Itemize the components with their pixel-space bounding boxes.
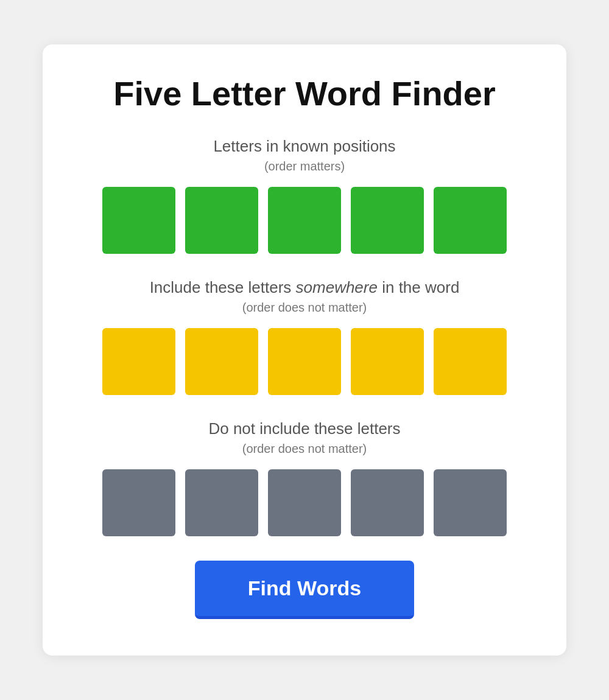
include-tile-5[interactable] (434, 328, 507, 395)
include-letters-subtitle: (order does not matter) (79, 301, 530, 315)
include-letters-tile-row (79, 328, 530, 395)
include-tile-4[interactable] (351, 328, 424, 395)
include-letters-section: Include these letters somewhere in the w… (79, 278, 530, 395)
known-positions-title: Letters in known positions (79, 137, 530, 156)
exclude-letters-section: Do not include these letters (order does… (79, 419, 530, 536)
known-pos-tile-1[interactable] (102, 187, 175, 254)
exclude-letters-tile-row (79, 469, 530, 536)
page-title: Five Letter Word Finder (79, 75, 530, 113)
exclude-tile-5[interactable] (434, 469, 507, 536)
exclude-letters-title: Do not include these letters (79, 419, 530, 438)
exclude-tile-1[interactable] (102, 469, 175, 536)
include-tile-3[interactable] (268, 328, 341, 395)
known-positions-section: Letters in known positions (order matter… (79, 137, 530, 254)
exclude-tile-2[interactable] (185, 469, 258, 536)
include-letters-title: Include these letters somewhere in the w… (79, 278, 530, 297)
exclude-tile-4[interactable] (351, 469, 424, 536)
main-card: Five Letter Word Finder Letters in known… (43, 44, 566, 656)
exclude-letters-subtitle: (order does not matter) (79, 442, 530, 456)
include-tile-2[interactable] (185, 328, 258, 395)
known-pos-tile-4[interactable] (351, 187, 424, 254)
known-pos-tile-5[interactable] (434, 187, 507, 254)
known-pos-tile-2[interactable] (185, 187, 258, 254)
include-tile-1[interactable] (102, 328, 175, 395)
known-positions-tile-row (79, 187, 530, 254)
known-pos-tile-3[interactable] (268, 187, 341, 254)
exclude-tile-3[interactable] (268, 469, 341, 536)
known-positions-subtitle: (order matters) (79, 159, 530, 173)
find-words-button[interactable]: Find Words (195, 561, 414, 619)
